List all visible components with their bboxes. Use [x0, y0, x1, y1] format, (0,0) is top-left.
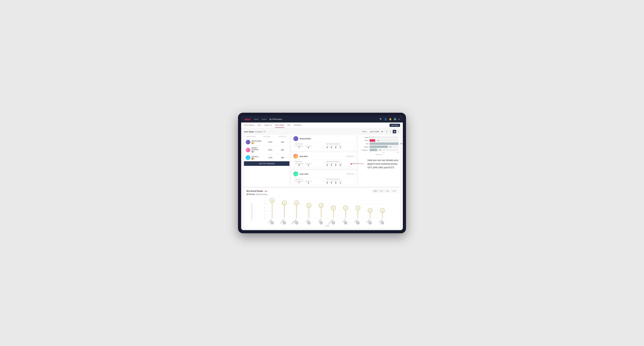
tournament-val-2: 7 — [295, 182, 304, 184]
card-avatar-top — [293, 136, 298, 141]
streaks-header: Best Round Streaks OTT APP ARG PUTT — [246, 190, 398, 192]
list-view-btn[interactable]: ☰ — [389, 130, 392, 133]
avatar-icon[interactable]: ● — [398, 118, 400, 120]
arg-val-1: 0 — [334, 164, 337, 166]
grid-view-btn[interactable]: ⊞ — [385, 130, 388, 133]
putt-label-2: PUTT — [339, 181, 342, 182]
putt-label-1: PUTT — [339, 163, 342, 164]
card-avatar-2 — [293, 172, 298, 176]
subnav-tour[interactable]: Tour — [287, 123, 290, 128]
player-name-text-3: Cameron... — [252, 156, 259, 158]
bar-value: 96 — [378, 140, 379, 141]
search-icon[interactable]: 🔍 — [380, 118, 382, 120]
nav-my-performance[interactable]: My Performance — [269, 118, 282, 121]
svg-text:3x: 3x — [382, 210, 383, 211]
tournament-label-2: Tournament — [295, 181, 304, 182]
arg-stat-top: ARG 0 — [334, 145, 337, 149]
bar-fill: 131 — [370, 149, 377, 151]
svg-text:5: 5 — [264, 207, 265, 208]
subnav-pgat[interactable]: PGAT Players — [244, 123, 254, 128]
bar-value: 499 — [400, 143, 402, 145]
table-row: Richard Butler ♥ 1 19/20 110 — [244, 139, 290, 146]
leaderboard-panel: PLAYER NAME PB SCORE PB AVG SQ Richard B… — [244, 135, 290, 186]
badge-num-1: 1 — [254, 142, 254, 144]
svg-text:6: 6 — [264, 203, 265, 205]
badge-num-3: 3 — [254, 158, 254, 159]
subnav-all-players[interactable]: All Players — [294, 123, 302, 128]
ott-label-2: OTT — [326, 181, 328, 182]
stat-group-practice-1: Total Practice Activities OTT 0 APP — [324, 160, 354, 167]
arg-label-1: ARG — [334, 163, 337, 164]
bell-icon[interactable]: 🔔 — [389, 118, 392, 120]
streaks-title: Best Round Streaks — [246, 190, 263, 192]
svg-point-41 — [332, 221, 335, 224]
avatar-1 — [246, 140, 250, 144]
streak-btn-arg[interactable]: ARG — [385, 190, 390, 192]
streaks-svg: 7 6 5 4 3 2 7xE. Elwert6xB. McHerg6xD. B… — [257, 197, 398, 226]
app-logo: clippd — [244, 118, 250, 121]
subnav-pga[interactable]: PGA — [258, 123, 261, 128]
filter-btn[interactable]: ⇅ — [396, 130, 400, 133]
tournament-label-1: Tournament — [295, 163, 304, 164]
practice-stat-top: Practice 6 — [305, 145, 311, 149]
show-label: Show — [362, 131, 366, 133]
svg-text:4x: 4x — [333, 207, 334, 209]
nav-links: Home Teams My Performance — [254, 118, 282, 121]
practice-activities-label-1: Total Practice Activities — [326, 161, 352, 162]
svg-text:7x: 7x — [272, 200, 273, 201]
x-label-0: 0 — [370, 152, 370, 153]
app-val-2: 0 — [330, 182, 333, 184]
pb-avg-1: 110 — [277, 141, 288, 143]
streaks-buttons: OTT APP ARG PUTT — [372, 190, 398, 192]
ott-label-1: OTT — [326, 163, 328, 164]
svg-text:4x: 4x — [357, 207, 359, 209]
ott-val-2: 0 — [326, 182, 328, 184]
bar-row: Pars 499 — [360, 142, 399, 145]
subnav-hcaps[interactable]: Hcaps 1-5 — [264, 123, 272, 128]
practice-label-1: Practice — [305, 163, 311, 164]
svg-text:5x: 5x — [320, 205, 322, 206]
player-badge-2: ● 2 — [252, 151, 263, 153]
show-controls: Show Last 3 months Last 6 months Last ye… — [362, 130, 400, 133]
show-select[interactable]: Last 3 months Last 6 months Last year — [368, 130, 384, 133]
bar-row: Bogeys 311 — [360, 146, 399, 148]
svg-text:3x: 3x — [370, 210, 371, 211]
edit-icon[interactable]: ✏️ — [264, 131, 266, 133]
tournament-val-top: 7 — [295, 147, 304, 149]
bar-fill: 96 — [370, 139, 375, 142]
tournament-stat-1: Tournament 8 — [295, 163, 304, 166]
practice-activities-label-top: Total Practice Activities — [326, 143, 352, 145]
streak-btn-app[interactable]: APP — [379, 190, 384, 192]
nav-right-icons: 🔍 👤 🔔 ⚙️ ● — [380, 118, 400, 120]
ott-stat-top: OTT 0 — [326, 145, 328, 149]
y-label-wrapper: Best Streak, Fairway Accuracy — [246, 197, 257, 227]
streak-btn-ott[interactable]: OTT — [372, 190, 378, 192]
practice-val-2: 2 — [305, 182, 311, 184]
bar-label: Eagles — [360, 137, 368, 138]
settings-icon[interactable]: ⚙️ — [394, 118, 396, 120]
subnav-team-clippd[interactable]: Team Clippd — [275, 123, 284, 128]
player-count: 14 Players — [255, 131, 263, 133]
card-date-1: 02 Sep 2023 — [346, 156, 354, 157]
svg-text:2: 2 — [264, 217, 265, 219]
card-header-1: Rees Britt 02 Sep 2023 — [293, 154, 354, 159]
svg-text:4: 4 — [264, 210, 265, 212]
svg-point-51 — [356, 221, 360, 224]
arrow-left-icon — [264, 190, 268, 192]
add-team-button[interactable]: Add Team — [390, 124, 400, 127]
nav-home[interactable]: Home — [254, 118, 259, 121]
player-name-text-2: Edward Crossman — [252, 147, 263, 151]
player-card-1: Rees Britt 02 Sep 2023 Total Rounds Tour — [291, 152, 356, 169]
streak-btn-putt[interactable]: PUTT — [391, 190, 398, 192]
player-info-2: Edward Crossman ● 2 — [246, 147, 263, 153]
nav-teams[interactable]: Teams — [262, 118, 266, 121]
practice-val-1: 4 — [305, 164, 311, 166]
card-header-2: Josh Coles 26 Aug 2023 — [293, 172, 354, 176]
tournament-stat-2: Tournament 7 — [295, 181, 304, 184]
bar-row: D. Bogeys + 131 — [360, 149, 399, 151]
rounds-row-top: Tournament 7 Practice 6 — [295, 145, 322, 149]
view-leaderboard-button[interactable]: View Full Leaderboard — [244, 161, 290, 166]
user-icon[interactable]: 👤 — [384, 118, 387, 120]
app-val-top: 0 — [330, 147, 333, 149]
card-view-btn[interactable]: ▦ — [393, 130, 396, 133]
